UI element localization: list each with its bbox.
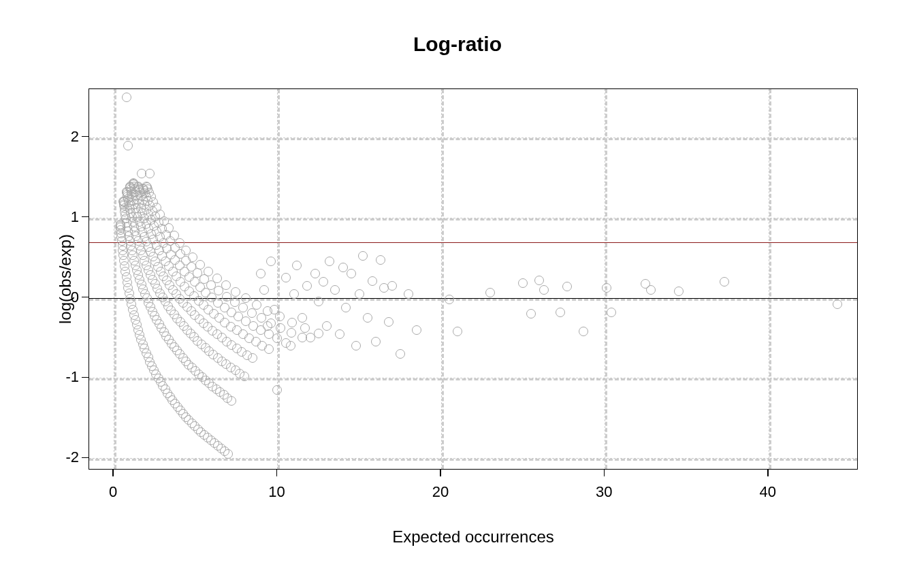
x-tick-label: 20 [432,483,449,501]
chart-title: Log-ratio [0,33,915,56]
data-point [231,287,240,297]
data-point [264,344,274,354]
data-point [368,276,377,286]
data-point [302,281,312,291]
data-point [351,341,361,350]
y-tick-mark [82,457,89,459]
grid-line-vertical [277,89,280,469]
data-point [266,257,276,266]
data-point [252,300,261,310]
y-tick-label: -1 [65,368,79,386]
data-point [221,280,231,290]
chart-container: Log-ratio log(obs/exp) Expected occurren… [0,0,915,588]
data-point [238,303,248,312]
data-point [453,327,462,336]
data-point [281,273,291,282]
plot-area [89,88,858,470]
x-axis-label: Expected occurrences [89,527,858,546]
grid-line-horizontal [89,218,857,220]
grid-line-vertical [114,89,116,469]
data-point [241,293,251,303]
x-tick-label: 30 [596,483,612,501]
data-point [306,333,315,342]
data-point [287,328,296,338]
data-point [556,308,565,317]
x-tick-label: 10 [268,483,285,501]
data-point [518,278,528,288]
data-point [404,289,413,299]
data-point [240,372,249,381]
x-tick-mark [112,470,114,476]
data-point [259,285,269,295]
grid-line-vertical [441,89,444,469]
data-point [384,317,394,327]
data-point [646,285,656,295]
data-point [195,260,205,270]
data-point [607,308,616,317]
data-point [396,349,405,359]
data-point [272,385,282,395]
data-point [223,449,233,459]
data-point [358,251,368,261]
data-point [286,341,295,350]
data-point [300,323,310,333]
data-point [534,276,544,285]
x-tick-mark [276,470,278,476]
data-point [445,295,454,304]
y-tick-mark [82,377,89,378]
y-tick-mark [82,216,89,218]
data-point [526,309,536,318]
y-tick-label: -2 [65,448,79,466]
grid-line-vertical [605,89,607,469]
x-tick-mark [767,470,769,476]
data-point [292,261,302,270]
grid-line-vertical [769,89,771,469]
data-point [122,93,131,102]
data-point [314,297,323,306]
data-point [287,318,297,327]
x-tick-label: 40 [760,483,776,501]
grid-line-horizontal [89,137,857,140]
y-axis-label: log(obs/exp) [56,234,75,324]
data-point [371,337,381,346]
data-point [347,269,356,278]
data-point [247,308,257,318]
data-point [123,141,133,150]
data-point [485,288,495,297]
data-point [602,283,611,293]
data-point [539,285,549,295]
y-tick-label: 1 [71,208,79,226]
data-point [263,321,272,331]
data-point [579,327,588,336]
x-tick-mark [604,470,605,476]
x-tick-mark [440,470,441,476]
data-point [248,353,257,363]
data-point [376,255,385,265]
data-point [204,267,213,276]
data-point [363,313,372,323]
data-point [276,323,285,333]
data-point [325,257,334,266]
data-point [212,274,222,283]
reference-line-zero [89,298,857,299]
grid-line-horizontal [89,458,857,461]
data-point [227,396,236,406]
data-point [387,281,397,291]
data-point [330,285,340,295]
data-point [270,305,279,314]
data-point [145,169,155,178]
data-point [833,299,842,309]
data-point [562,282,572,291]
y-tick-mark [82,136,89,137]
x-tick-label: 0 [109,483,117,501]
data-point [256,269,266,278]
reference-line-threshold [89,242,857,243]
data-point [322,321,332,331]
data-point [720,277,729,287]
data-point [310,269,320,278]
data-point [355,289,364,299]
data-point [412,325,421,335]
data-point [335,329,344,339]
y-tick-label: 2 [71,128,79,146]
data-point [298,313,307,323]
